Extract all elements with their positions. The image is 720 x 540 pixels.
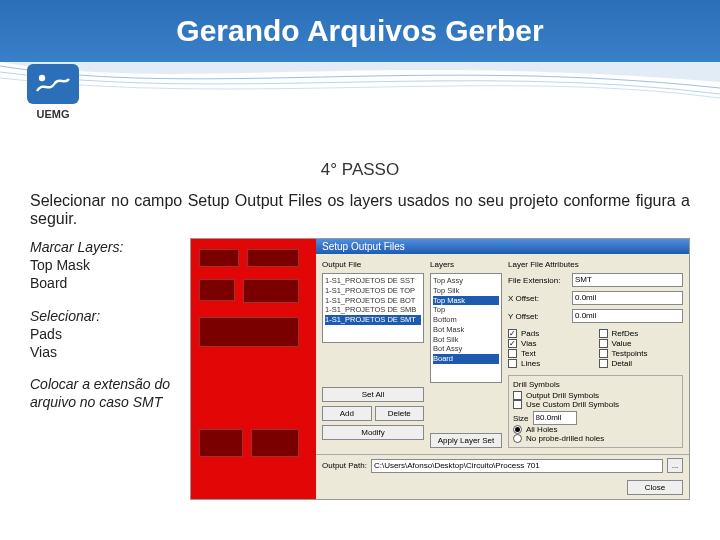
layers-label: Layers	[430, 260, 502, 269]
slide-title: Gerando Arquivos Gerber	[176, 14, 543, 48]
list-item[interactable]: Bottom	[433, 315, 499, 325]
select-item: Pads	[30, 325, 180, 343]
app-screenshot: Setup Output Files Output File 1-S1_PROJ…	[190, 238, 690, 500]
xoffset-field[interactable]: 0.0mil	[572, 291, 683, 305]
set-all-button[interactable]: Set All	[322, 387, 424, 402]
text-checkbox[interactable]	[508, 349, 517, 358]
value-checkbox[interactable]	[599, 339, 608, 348]
yoffset-field[interactable]: 0.0mil	[572, 309, 683, 323]
no-probe-radio[interactable]	[513, 434, 522, 443]
logo: UEMG	[18, 64, 88, 120]
setup-output-dialog: Setup Output Files Output File 1-S1_PROJ…	[316, 239, 689, 499]
lower-area: Marcar Layers: Top Mask Board Selecionar…	[30, 238, 690, 500]
list-item[interactable]: Bot Assy	[433, 344, 499, 354]
detail-checkbox[interactable]	[599, 359, 608, 368]
select-item: Vias	[30, 343, 180, 361]
output-path-field[interactable]: C:\Users\Afonso\Desktop\Circuito\Process…	[371, 459, 663, 473]
list-item[interactable]: 1-S1_PROJETOS DE SMB	[325, 305, 421, 315]
delete-button[interactable]: Delete	[375, 406, 425, 421]
lines-checkbox[interactable]	[508, 359, 517, 368]
logo-badge	[27, 64, 79, 104]
modify-button[interactable]: Modify	[322, 425, 424, 440]
vias-checkbox[interactable]	[508, 339, 517, 348]
mark-layer-item: Top Mask	[30, 256, 180, 274]
output-drill-checkbox[interactable]	[513, 391, 522, 400]
xoffset-label: X Offset:	[508, 294, 568, 303]
svg-point-0	[39, 75, 45, 81]
testpoints-checkbox[interactable]	[599, 349, 608, 358]
header-wave	[0, 62, 720, 102]
pcb-preview	[191, 239, 316, 499]
instructions: Marcar Layers: Top Mask Board Selecionar…	[30, 238, 180, 500]
list-item[interactable]: 1-S1_PROJETOS DE BOT	[325, 296, 421, 306]
list-item[interactable]: Board	[433, 354, 499, 364]
list-item[interactable]: Top Silk	[433, 286, 499, 296]
select-title: Selecionar:	[30, 307, 180, 325]
mark-layer-item: Board	[30, 274, 180, 292]
close-button[interactable]: Close	[627, 480, 683, 495]
file-attr-title: Layer File Attributes	[508, 260, 683, 269]
mark-layers-title: Marcar Layers:	[30, 238, 180, 256]
slide-content: 4° PASSO Selecionar no campo Setup Outpu…	[30, 160, 690, 500]
yoffset-label: Y Offset:	[508, 312, 568, 321]
custom-drill-checkbox[interactable]	[513, 400, 522, 409]
slide-header: Gerando Arquivos Gerber	[0, 0, 720, 62]
output-files-list[interactable]: 1-S1_PROJETOS DE SST 1-S1_PROJETOS DE TO…	[322, 273, 424, 343]
refdes-checkbox[interactable]	[599, 329, 608, 338]
list-item[interactable]: 1-S1_PROJETOS DE SST	[325, 276, 421, 286]
add-button[interactable]: Add	[322, 406, 372, 421]
step-label: 4° PASSO	[30, 160, 690, 180]
list-item[interactable]: 1-S1_PROJETOS DE SMT	[325, 315, 421, 325]
file-ext-label: File Extension:	[508, 276, 568, 285]
drill-size-field[interactable]: 80.0mil	[533, 411, 577, 425]
file-ext-field[interactable]: SMT	[572, 273, 683, 287]
logo-text: UEMG	[18, 108, 88, 120]
all-holes-radio[interactable]	[513, 425, 522, 434]
apply-layer-set-button[interactable]: Apply Layer Set	[430, 433, 502, 448]
browse-button[interactable]: ...	[667, 458, 683, 473]
list-item[interactable]: Top Mask	[433, 296, 499, 306]
output-path-label: Output Path:	[322, 461, 367, 470]
drill-symbols-group: Drill Symbols Output Drill Symbols Use C…	[508, 375, 683, 448]
extension-note: Colocar a extensão do arquivo no caso SM…	[30, 375, 180, 411]
list-item[interactable]: Bot Silk	[433, 335, 499, 345]
output-file-label: Output File	[322, 260, 424, 269]
dialog-titlebar: Setup Output Files	[316, 239, 689, 254]
list-item[interactable]: 1-S1_PROJETOS DE TOP	[325, 286, 421, 296]
pads-checkbox[interactable]	[508, 329, 517, 338]
step-description: Selecionar no campo Setup Output Files o…	[30, 192, 690, 228]
list-item[interactable]: Top	[433, 305, 499, 315]
list-item[interactable]: Top Assy	[433, 276, 499, 286]
list-item[interactable]: Bot Mask	[433, 325, 499, 335]
layers-list[interactable]: Top Assy Top Silk Top Mask Top Bottom Bo…	[430, 273, 502, 383]
